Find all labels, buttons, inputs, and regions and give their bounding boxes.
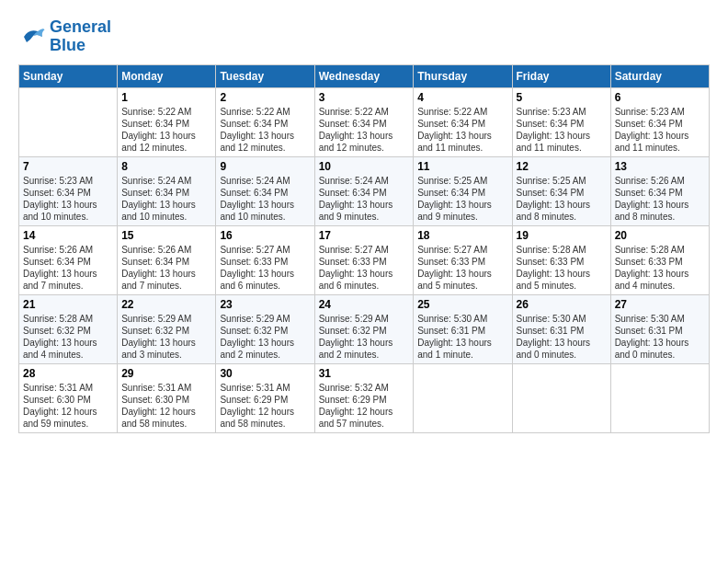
calendar-cell: 7Sunrise: 5:23 AM Sunset: 6:34 PM Daylig… <box>19 156 118 225</box>
calendar-cell: 20Sunrise: 5:28 AM Sunset: 6:33 PM Dayli… <box>610 225 709 294</box>
calendar-cell: 14Sunrise: 5:26 AM Sunset: 6:34 PM Dayli… <box>19 225 118 294</box>
calendar-cell: 16Sunrise: 5:27 AM Sunset: 6:33 PM Dayli… <box>216 225 314 294</box>
calendar-cell <box>19 87 118 156</box>
calendar-table: SundayMondayTuesdayWednesdayThursdayFrid… <box>18 64 710 433</box>
day-number: 12 <box>517 160 607 173</box>
calendar-cell: 11Sunrise: 5:25 AM Sunset: 6:34 PM Dayli… <box>414 156 512 225</box>
calendar-cell: 10Sunrise: 5:24 AM Sunset: 6:34 PM Dayli… <box>314 156 414 225</box>
day-info: Sunrise: 5:28 AM Sunset: 6:33 PM Dayligh… <box>615 244 705 292</box>
calendar-cell <box>512 363 610 432</box>
logo-text: General Blue <box>50 18 111 55</box>
calendar-week-row: 7Sunrise: 5:23 AM Sunset: 6:34 PM Daylig… <box>19 156 710 225</box>
day-number: 8 <box>121 160 211 173</box>
day-info: Sunrise: 5:22 AM Sunset: 6:34 PM Dayligh… <box>417 106 507 154</box>
calendar-body: 1Sunrise: 5:22 AM Sunset: 6:34 PM Daylig… <box>19 87 710 432</box>
calendar-cell: 19Sunrise: 5:28 AM Sunset: 6:33 PM Dayli… <box>512 225 610 294</box>
day-info: Sunrise: 5:24 AM Sunset: 6:34 PM Dayligh… <box>319 175 410 223</box>
calendar-cell: 2Sunrise: 5:22 AM Sunset: 6:34 PM Daylig… <box>216 87 314 156</box>
page-header: General Blue <box>18 18 710 55</box>
day-info: Sunrise: 5:22 AM Sunset: 6:34 PM Dayligh… <box>319 106 410 154</box>
calendar-week-row: 1Sunrise: 5:22 AM Sunset: 6:34 PM Daylig… <box>19 87 710 156</box>
calendar-cell: 27Sunrise: 5:30 AM Sunset: 6:31 PM Dayli… <box>610 294 709 363</box>
day-number: 31 <box>319 367 410 380</box>
day-number: 1 <box>121 91 211 104</box>
calendar-cell: 24Sunrise: 5:29 AM Sunset: 6:32 PM Dayli… <box>314 294 414 363</box>
day-info: Sunrise: 5:30 AM Sunset: 6:31 PM Dayligh… <box>615 313 705 361</box>
day-info: Sunrise: 5:30 AM Sunset: 6:31 PM Dayligh… <box>517 313 607 361</box>
calendar-cell: 22Sunrise: 5:29 AM Sunset: 6:32 PM Dayli… <box>118 294 216 363</box>
day-number: 28 <box>23 367 113 380</box>
day-number: 5 <box>517 91 607 104</box>
day-info: Sunrise: 5:31 AM Sunset: 6:30 PM Dayligh… <box>121 382 211 430</box>
day-info: Sunrise: 5:23 AM Sunset: 6:34 PM Dayligh… <box>23 175 113 223</box>
day-info: Sunrise: 5:22 AM Sunset: 6:34 PM Dayligh… <box>220 106 310 154</box>
day-info: Sunrise: 5:22 AM Sunset: 6:34 PM Dayligh… <box>121 106 211 154</box>
calendar-cell: 17Sunrise: 5:27 AM Sunset: 6:33 PM Dayli… <box>314 225 414 294</box>
calendar-cell: 21Sunrise: 5:28 AM Sunset: 6:32 PM Dayli… <box>19 294 118 363</box>
logo: General Blue <box>18 18 111 55</box>
calendar-cell: 29Sunrise: 5:31 AM Sunset: 6:30 PM Dayli… <box>118 363 216 432</box>
calendar-cell: 6Sunrise: 5:23 AM Sunset: 6:34 PM Daylig… <box>610 87 709 156</box>
calendar-cell: 25Sunrise: 5:30 AM Sunset: 6:31 PM Dayli… <box>414 294 512 363</box>
day-info: Sunrise: 5:25 AM Sunset: 6:34 PM Dayligh… <box>417 175 507 223</box>
calendar-week-row: 14Sunrise: 5:26 AM Sunset: 6:34 PM Dayli… <box>19 225 710 294</box>
day-number: 19 <box>517 229 607 242</box>
calendar-header: SundayMondayTuesdayWednesdayThursdayFrid… <box>19 64 710 87</box>
day-number: 21 <box>23 298 113 311</box>
calendar-cell <box>610 363 709 432</box>
weekday-header-wednesday: Wednesday <box>314 64 414 87</box>
weekday-header-monday: Monday <box>118 64 216 87</box>
day-info: Sunrise: 5:32 AM Sunset: 6:29 PM Dayligh… <box>319 382 410 430</box>
calendar-cell: 28Sunrise: 5:31 AM Sunset: 6:30 PM Dayli… <box>19 363 118 432</box>
day-number: 15 <box>121 229 211 242</box>
day-number: 10 <box>319 160 410 173</box>
calendar-week-row: 28Sunrise: 5:31 AM Sunset: 6:30 PM Dayli… <box>19 363 710 432</box>
day-info: Sunrise: 5:24 AM Sunset: 6:34 PM Dayligh… <box>121 175 211 223</box>
day-info: Sunrise: 5:27 AM Sunset: 6:33 PM Dayligh… <box>417 244 507 292</box>
day-info: Sunrise: 5:26 AM Sunset: 6:34 PM Dayligh… <box>615 175 705 223</box>
calendar-cell: 15Sunrise: 5:26 AM Sunset: 6:34 PM Dayli… <box>118 225 216 294</box>
day-number: 20 <box>615 229 705 242</box>
calendar-cell: 31Sunrise: 5:32 AM Sunset: 6:29 PM Dayli… <box>314 363 414 432</box>
day-info: Sunrise: 5:28 AM Sunset: 6:33 PM Dayligh… <box>517 244 607 292</box>
weekday-header-saturday: Saturday <box>610 64 709 87</box>
day-info: Sunrise: 5:23 AM Sunset: 6:34 PM Dayligh… <box>517 106 607 154</box>
day-info: Sunrise: 5:28 AM Sunset: 6:32 PM Dayligh… <box>23 313 113 361</box>
calendar-cell: 23Sunrise: 5:29 AM Sunset: 6:32 PM Dayli… <box>216 294 314 363</box>
day-info: Sunrise: 5:24 AM Sunset: 6:34 PM Dayligh… <box>220 175 310 223</box>
day-info: Sunrise: 5:25 AM Sunset: 6:34 PM Dayligh… <box>517 175 607 223</box>
calendar-cell: 3Sunrise: 5:22 AM Sunset: 6:34 PM Daylig… <box>314 87 414 156</box>
day-info: Sunrise: 5:29 AM Sunset: 6:32 PM Dayligh… <box>220 313 310 361</box>
day-number: 22 <box>121 298 211 311</box>
day-info: Sunrise: 5:29 AM Sunset: 6:32 PM Dayligh… <box>319 313 410 361</box>
day-number: 6 <box>615 91 705 104</box>
day-number: 11 <box>417 160 507 173</box>
calendar-cell: 30Sunrise: 5:31 AM Sunset: 6:29 PM Dayli… <box>216 363 314 432</box>
calendar-cell: 26Sunrise: 5:30 AM Sunset: 6:31 PM Dayli… <box>512 294 610 363</box>
day-info: Sunrise: 5:31 AM Sunset: 6:29 PM Dayligh… <box>220 382 310 430</box>
day-info: Sunrise: 5:29 AM Sunset: 6:32 PM Dayligh… <box>121 313 211 361</box>
logo-bird-icon <box>18 23 46 51</box>
weekday-header-row: SundayMondayTuesdayWednesdayThursdayFrid… <box>19 64 710 87</box>
day-number: 24 <box>319 298 410 311</box>
calendar-cell: 1Sunrise: 5:22 AM Sunset: 6:34 PM Daylig… <box>118 87 216 156</box>
weekday-header-friday: Friday <box>512 64 610 87</box>
day-number: 4 <box>417 91 507 104</box>
weekday-header-thursday: Thursday <box>414 64 512 87</box>
calendar-cell: 9Sunrise: 5:24 AM Sunset: 6:34 PM Daylig… <box>216 156 314 225</box>
day-info: Sunrise: 5:27 AM Sunset: 6:33 PM Dayligh… <box>220 244 310 292</box>
day-info: Sunrise: 5:23 AM Sunset: 6:34 PM Dayligh… <box>615 106 705 154</box>
day-number: 9 <box>220 160 310 173</box>
weekday-header-sunday: Sunday <box>19 64 118 87</box>
calendar-cell <box>414 363 512 432</box>
day-number: 2 <box>220 91 310 104</box>
day-info: Sunrise: 5:26 AM Sunset: 6:34 PM Dayligh… <box>121 244 211 292</box>
calendar-cell: 5Sunrise: 5:23 AM Sunset: 6:34 PM Daylig… <box>512 87 610 156</box>
day-number: 13 <box>615 160 705 173</box>
day-number: 17 <box>319 229 410 242</box>
day-number: 25 <box>417 298 507 311</box>
day-number: 26 <box>517 298 607 311</box>
day-info: Sunrise: 5:27 AM Sunset: 6:33 PM Dayligh… <box>319 244 410 292</box>
calendar-cell: 12Sunrise: 5:25 AM Sunset: 6:34 PM Dayli… <box>512 156 610 225</box>
day-info: Sunrise: 5:30 AM Sunset: 6:31 PM Dayligh… <box>417 313 507 361</box>
